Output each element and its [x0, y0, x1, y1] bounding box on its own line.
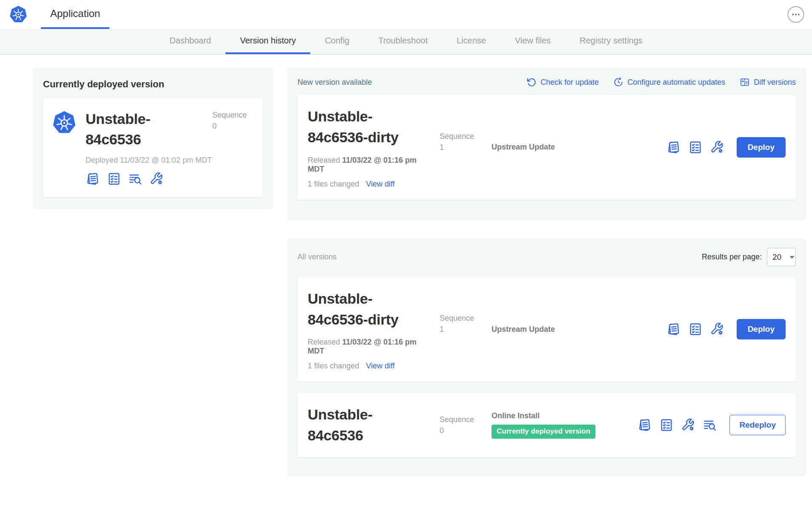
preflight-checks-icon[interactable]: [659, 418, 674, 432]
view-diff-link[interactable]: View diff: [366, 362, 395, 371]
release-notes-icon[interactable]: [666, 322, 681, 336]
all-versions-heading: All versions: [297, 253, 337, 262]
version-source: Upstream Update: [492, 325, 555, 334]
results-per-page-select[interactable]: 20: [767, 248, 796, 266]
currently-deployed-badge: Currently deployed version: [492, 425, 595, 439]
diff-versions-label: Diff versions: [754, 78, 796, 87]
currently-deployed-panel: Currently deployed version Unstable-84c6…: [33, 68, 273, 209]
files-changed-text: 1 files changed: [308, 362, 359, 371]
sequence-info: Sequence 1: [440, 313, 482, 335]
sequence-value: 0: [212, 121, 253, 132]
released-timestamp: Released 11/03/22 @ 01:16 pm MDT: [308, 156, 429, 174]
tab-registry-settings[interactable]: Registry settings: [565, 29, 657, 54]
sequence-label: Sequence: [212, 109, 253, 121]
tab-version-history[interactable]: Version history: [226, 29, 310, 54]
check-for-update-label: Check for update: [540, 78, 599, 87]
diff-versions-link[interactable]: Diff versions: [740, 77, 796, 87]
sequence-label: Sequence: [440, 414, 482, 425]
preflight-checks-icon[interactable]: [688, 322, 703, 336]
files-changed-text: 1 files changed: [308, 180, 359, 189]
edit-config-icon[interactable]: [710, 140, 724, 155]
version-row: Unstable-84c6536 Sequence 0 Online Insta…: [297, 393, 796, 457]
deploy-button[interactable]: Deploy: [737, 319, 786, 339]
tab-troubleshoot[interactable]: Troubleshoot: [364, 29, 442, 54]
auto-update-clock-icon: [613, 77, 623, 87]
release-notes-icon[interactable]: [666, 140, 681, 155]
edit-config-icon[interactable]: [681, 418, 695, 432]
app-header: Application: [0, 0, 812, 29]
tab-license[interactable]: License: [442, 29, 500, 54]
deployed-version-card: Unstable-84c6536 Sequence 0 Deployed 11/…: [43, 98, 263, 197]
sequence-info: Sequence 0: [212, 109, 253, 132]
redeploy-button[interactable]: Redeploy: [729, 415, 786, 435]
tab-config[interactable]: Config: [310, 29, 364, 54]
check-for-update-link[interactable]: Check for update: [526, 77, 599, 87]
sequence-value: 1: [440, 324, 482, 335]
version-title: Unstable-84c6536-dirty: [308, 106, 428, 148]
kubernetes-logo: [9, 6, 27, 23]
app-title: Application: [50, 8, 100, 20]
currently-deployed-heading: Currently deployed version: [43, 79, 263, 90]
sequence-label: Sequence: [440, 131, 482, 142]
app-nav: Dashboard Version history Config Trouble…: [0, 29, 812, 55]
results-per-page-label: Results per page:: [702, 253, 762, 262]
release-notes-icon[interactable]: [86, 172, 100, 186]
view-logs-icon[interactable]: [128, 172, 143, 186]
edit-config-icon[interactable]: [149, 172, 164, 186]
refresh-icon: [526, 77, 537, 87]
ellipsis-icon: [787, 6, 804, 23]
new-version-card: Unstable-84c6536-dirty Released 11/03/22…: [297, 95, 796, 200]
version-title: Unstable-84c6536-dirty: [308, 288, 428, 330]
tab-view-files[interactable]: View files: [500, 29, 565, 54]
sequence-info: Sequence 1: [440, 131, 482, 153]
released-prefix: Released: [308, 338, 340, 346]
new-version-heading: New version available: [297, 78, 372, 87]
all-versions-panel: All versions Results per page: 20 Unstab…: [287, 239, 806, 476]
kubernetes-logo: [52, 110, 76, 135]
sequence-info: Sequence 0: [440, 414, 482, 436]
version-source: Upstream Update: [492, 143, 555, 152]
main-content: Currently deployed version Unstable-84c6…: [0, 55, 812, 502]
version-row: Unstable-84c6536-dirty Released 11/03/22…: [297, 277, 796, 382]
app-title-tab[interactable]: Application: [41, 0, 109, 29]
version-source: Online Install: [492, 411, 595, 420]
preflight-checks-icon[interactable]: [107, 172, 121, 186]
view-logs-icon[interactable]: [703, 418, 717, 432]
sequence-label: Sequence: [440, 313, 482, 324]
overflow-menu-button[interactable]: [787, 6, 804, 23]
version-title: Unstable-84c6536: [308, 404, 428, 446]
configure-automatic-updates-link[interactable]: Configure automatic updates: [613, 77, 725, 87]
sequence-value: 0: [440, 425, 482, 436]
deployed-timestamp: Deployed 11/03/22 @ 01:02 pm MDT: [86, 156, 253, 165]
sequence-value: 1: [440, 142, 482, 153]
tab-dashboard[interactable]: Dashboard: [155, 29, 226, 54]
configure-automatic-updates-label: Configure automatic updates: [627, 78, 725, 87]
released-prefix: Released: [308, 156, 340, 164]
preflight-checks-icon[interactable]: [688, 140, 703, 155]
edit-config-icon[interactable]: [710, 322, 724, 336]
view-diff-link[interactable]: View diff: [366, 180, 395, 189]
deploy-button[interactable]: Deploy: [737, 137, 786, 158]
released-timestamp: Released 11/03/22 @ 01:16 pm MDT: [308, 338, 429, 356]
diff-columns-icon: [740, 77, 750, 87]
release-notes-icon[interactable]: [638, 418, 652, 432]
new-version-panel: New version available Check for update C…: [287, 68, 806, 220]
deployed-version-title: Unstable-84c6536: [86, 109, 205, 150]
